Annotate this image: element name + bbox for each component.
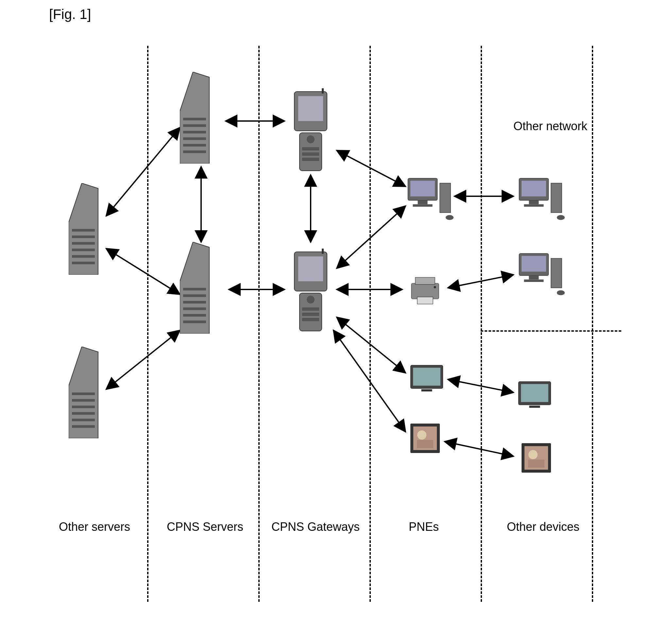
svg-rect-19 bbox=[72, 242, 95, 245]
column-divider-1 bbox=[147, 46, 148, 602]
pne-media-player-icon bbox=[409, 363, 445, 393]
svg-point-47 bbox=[307, 135, 314, 143]
svg-rect-67 bbox=[415, 277, 435, 285]
svg-rect-53 bbox=[298, 257, 323, 281]
svg-line-10 bbox=[337, 317, 405, 373]
svg-rect-58 bbox=[302, 318, 319, 321]
svg-rect-64 bbox=[440, 183, 451, 213]
svg-rect-20 bbox=[72, 249, 95, 251]
svg-point-65 bbox=[446, 215, 454, 220]
svg-rect-27 bbox=[72, 412, 95, 415]
svg-rect-72 bbox=[421, 389, 432, 392]
svg-line-0 bbox=[106, 128, 180, 216]
svg-point-55 bbox=[307, 296, 314, 303]
svg-rect-81 bbox=[551, 183, 562, 213]
svg-rect-42 bbox=[183, 314, 206, 317]
svg-rect-28 bbox=[72, 419, 95, 421]
svg-point-69 bbox=[433, 286, 436, 288]
svg-line-7 bbox=[337, 150, 405, 186]
column-divider-5 bbox=[592, 46, 593, 602]
svg-rect-91 bbox=[530, 406, 540, 408]
svg-rect-48 bbox=[302, 147, 319, 150]
svg-rect-34 bbox=[183, 137, 206, 140]
svg-rect-63 bbox=[413, 205, 433, 207]
col-label-other-servers: Other servers bbox=[59, 520, 130, 534]
svg-line-1 bbox=[106, 249, 180, 294]
svg-rect-59 bbox=[322, 249, 324, 254]
svg-rect-86 bbox=[524, 280, 544, 282]
other-desktop-1-icon bbox=[517, 173, 566, 222]
col-label-other-devices: Other devices bbox=[507, 520, 579, 534]
svg-rect-35 bbox=[183, 144, 206, 146]
svg-rect-50 bbox=[302, 158, 319, 161]
svg-point-88 bbox=[557, 290, 565, 295]
svg-rect-45 bbox=[298, 96, 323, 121]
svg-rect-39 bbox=[183, 294, 206, 297]
svg-rect-22 bbox=[72, 262, 95, 264]
svg-point-75 bbox=[417, 431, 426, 439]
svg-rect-71 bbox=[413, 368, 440, 386]
svg-rect-32 bbox=[183, 124, 206, 127]
svg-line-15 bbox=[445, 442, 513, 456]
svg-rect-18 bbox=[72, 236, 95, 238]
svg-rect-29 bbox=[72, 425, 95, 428]
svg-rect-78 bbox=[522, 181, 546, 197]
svg-rect-38 bbox=[183, 288, 206, 290]
svg-rect-61 bbox=[410, 181, 435, 197]
svg-rect-90 bbox=[521, 384, 548, 402]
svg-rect-84 bbox=[522, 256, 546, 272]
column-divider-3 bbox=[370, 46, 371, 602]
svg-rect-66 bbox=[411, 283, 439, 299]
section-label-other-network: Other network bbox=[513, 119, 587, 133]
svg-rect-36 bbox=[183, 150, 206, 153]
svg-rect-68 bbox=[417, 297, 433, 304]
svg-rect-80 bbox=[524, 205, 544, 207]
pne-desktop-icon bbox=[405, 173, 455, 222]
svg-rect-51 bbox=[322, 88, 324, 94]
svg-rect-95 bbox=[528, 460, 545, 468]
svg-rect-57 bbox=[302, 313, 319, 316]
svg-point-94 bbox=[528, 450, 538, 459]
svg-rect-85 bbox=[529, 276, 539, 280]
diagram-container: Other servers CPNS Servers CPNS Gateways… bbox=[49, 46, 621, 602]
svg-rect-26 bbox=[72, 406, 95, 408]
svg-rect-31 bbox=[183, 118, 206, 120]
svg-rect-41 bbox=[183, 307, 206, 310]
pne-printer-icon bbox=[405, 275, 445, 307]
cpns-gateway-2-icon bbox=[288, 249, 334, 333]
figure-label: [Fig. 1] bbox=[49, 6, 91, 22]
svg-rect-87 bbox=[551, 258, 562, 288]
col-label-pnes: PNEs bbox=[409, 520, 439, 534]
svg-point-82 bbox=[557, 215, 565, 220]
svg-rect-49 bbox=[302, 153, 319, 156]
col-label-cpns-gateways: CPNS Gateways bbox=[271, 520, 360, 534]
other-media-player-icon bbox=[517, 379, 553, 409]
svg-rect-56 bbox=[302, 307, 319, 311]
svg-rect-24 bbox=[72, 393, 95, 395]
svg-line-8 bbox=[337, 206, 405, 268]
other-server-1-icon bbox=[69, 183, 108, 275]
other-server-2-icon bbox=[69, 347, 108, 438]
cpns-gateway-1-icon bbox=[288, 88, 334, 173]
col-label-cpns-servers: CPNS Servers bbox=[167, 520, 243, 534]
svg-line-2 bbox=[106, 330, 180, 389]
svg-rect-76 bbox=[417, 440, 433, 448]
svg-rect-40 bbox=[183, 301, 206, 303]
svg-rect-21 bbox=[72, 255, 95, 258]
horiz-divider-other-network bbox=[481, 330, 621, 332]
svg-rect-33 bbox=[183, 131, 206, 133]
other-photo-frame-icon bbox=[520, 442, 553, 474]
other-desktop-2-icon bbox=[517, 249, 566, 298]
column-divider-2 bbox=[258, 46, 260, 602]
svg-rect-79 bbox=[529, 200, 539, 205]
svg-rect-62 bbox=[418, 200, 428, 205]
column-divider-4 bbox=[481, 46, 482, 602]
svg-rect-25 bbox=[72, 399, 95, 402]
pne-photo-frame-icon bbox=[409, 422, 441, 455]
cpns-server-1-icon bbox=[180, 72, 219, 163]
svg-rect-17 bbox=[72, 229, 95, 232]
svg-rect-43 bbox=[183, 320, 206, 323]
cpns-server-2-icon bbox=[180, 242, 219, 333]
